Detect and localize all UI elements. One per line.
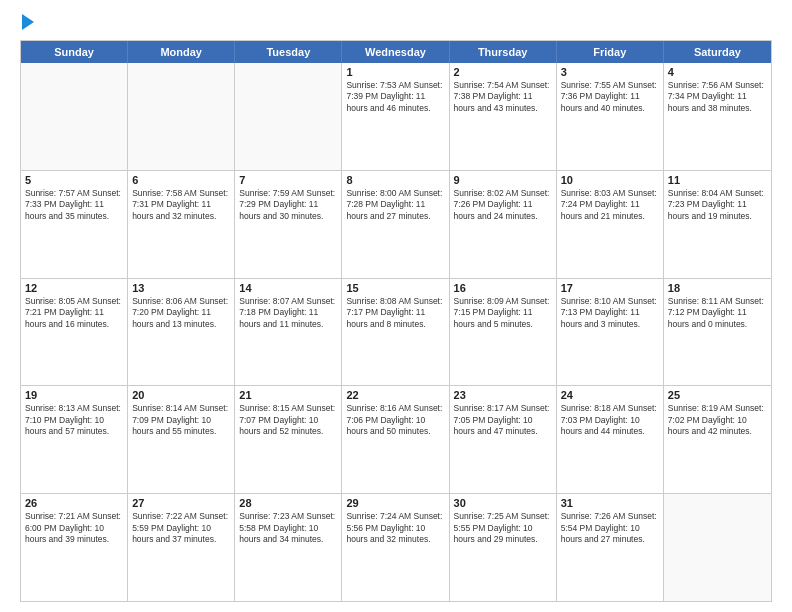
day-cell-11: 11Sunrise: 8:04 AM Sunset: 7:23 PM Dayli… xyxy=(664,171,771,278)
day-header-wednesday: Wednesday xyxy=(342,41,449,63)
day-cell-16: 16Sunrise: 8:09 AM Sunset: 7:15 PM Dayli… xyxy=(450,279,557,386)
day-cell-2: 2Sunrise: 7:54 AM Sunset: 7:38 PM Daylig… xyxy=(450,63,557,170)
day-cell-6: 6Sunrise: 7:58 AM Sunset: 7:31 PM Daylig… xyxy=(128,171,235,278)
day-number: 30 xyxy=(454,497,552,509)
day-info: Sunrise: 8:00 AM Sunset: 7:28 PM Dayligh… xyxy=(346,188,444,222)
day-number: 13 xyxy=(132,282,230,294)
day-info: Sunrise: 8:05 AM Sunset: 7:21 PM Dayligh… xyxy=(25,296,123,330)
day-info: Sunrise: 8:18 AM Sunset: 7:03 PM Dayligh… xyxy=(561,403,659,437)
day-cell-8: 8Sunrise: 8:00 AM Sunset: 7:28 PM Daylig… xyxy=(342,171,449,278)
day-cell-27: 27Sunrise: 7:22 AM Sunset: 5:59 PM Dayli… xyxy=(128,494,235,601)
day-info: Sunrise: 8:06 AM Sunset: 7:20 PM Dayligh… xyxy=(132,296,230,330)
day-info: Sunrise: 7:55 AM Sunset: 7:36 PM Dayligh… xyxy=(561,80,659,114)
day-number: 23 xyxy=(454,389,552,401)
day-number: 20 xyxy=(132,389,230,401)
day-info: Sunrise: 7:22 AM Sunset: 5:59 PM Dayligh… xyxy=(132,511,230,545)
day-number: 8 xyxy=(346,174,444,186)
day-number: 10 xyxy=(561,174,659,186)
day-number: 31 xyxy=(561,497,659,509)
day-cell-24: 24Sunrise: 8:18 AM Sunset: 7:03 PM Dayli… xyxy=(557,386,664,493)
day-number: 21 xyxy=(239,389,337,401)
day-header-thursday: Thursday xyxy=(450,41,557,63)
day-cell-26: 26Sunrise: 7:21 AM Sunset: 6:00 PM Dayli… xyxy=(21,494,128,601)
day-number: 17 xyxy=(561,282,659,294)
day-cell-22: 22Sunrise: 8:16 AM Sunset: 7:06 PM Dayli… xyxy=(342,386,449,493)
day-number: 12 xyxy=(25,282,123,294)
empty-cell xyxy=(235,63,342,170)
empty-cell xyxy=(128,63,235,170)
day-cell-17: 17Sunrise: 8:10 AM Sunset: 7:13 PM Dayli… xyxy=(557,279,664,386)
day-cell-1: 1Sunrise: 7:53 AM Sunset: 7:39 PM Daylig… xyxy=(342,63,449,170)
day-info: Sunrise: 8:13 AM Sunset: 7:10 PM Dayligh… xyxy=(25,403,123,437)
logo-arrow-icon xyxy=(22,14,34,30)
day-number: 25 xyxy=(668,389,767,401)
calendar-body: 1Sunrise: 7:53 AM Sunset: 7:39 PM Daylig… xyxy=(21,63,771,601)
day-number: 7 xyxy=(239,174,337,186)
day-number: 22 xyxy=(346,389,444,401)
day-header-sunday: Sunday xyxy=(21,41,128,63)
day-cell-30: 30Sunrise: 7:25 AM Sunset: 5:55 PM Dayli… xyxy=(450,494,557,601)
day-info: Sunrise: 7:25 AM Sunset: 5:55 PM Dayligh… xyxy=(454,511,552,545)
day-number: 16 xyxy=(454,282,552,294)
day-number: 14 xyxy=(239,282,337,294)
day-header-tuesday: Tuesday xyxy=(235,41,342,63)
day-cell-7: 7Sunrise: 7:59 AM Sunset: 7:29 PM Daylig… xyxy=(235,171,342,278)
day-info: Sunrise: 7:56 AM Sunset: 7:34 PM Dayligh… xyxy=(668,80,767,114)
day-cell-31: 31Sunrise: 7:26 AM Sunset: 5:54 PM Dayli… xyxy=(557,494,664,601)
day-info: Sunrise: 8:04 AM Sunset: 7:23 PM Dayligh… xyxy=(668,188,767,222)
calendar-row-1: 1Sunrise: 7:53 AM Sunset: 7:39 PM Daylig… xyxy=(21,63,771,170)
calendar: SundayMondayTuesdayWednesdayThursdayFrid… xyxy=(20,40,772,602)
day-info: Sunrise: 8:11 AM Sunset: 7:12 PM Dayligh… xyxy=(668,296,767,330)
day-cell-18: 18Sunrise: 8:11 AM Sunset: 7:12 PM Dayli… xyxy=(664,279,771,386)
calendar-row-3: 12Sunrise: 8:05 AM Sunset: 7:21 PM Dayli… xyxy=(21,278,771,386)
day-cell-19: 19Sunrise: 8:13 AM Sunset: 7:10 PM Dayli… xyxy=(21,386,128,493)
empty-cell xyxy=(21,63,128,170)
day-cell-21: 21Sunrise: 8:15 AM Sunset: 7:07 PM Dayli… xyxy=(235,386,342,493)
day-info: Sunrise: 8:16 AM Sunset: 7:06 PM Dayligh… xyxy=(346,403,444,437)
logo xyxy=(20,16,34,30)
day-info: Sunrise: 8:08 AM Sunset: 7:17 PM Dayligh… xyxy=(346,296,444,330)
day-info: Sunrise: 7:23 AM Sunset: 5:58 PM Dayligh… xyxy=(239,511,337,545)
day-cell-9: 9Sunrise: 8:02 AM Sunset: 7:26 PM Daylig… xyxy=(450,171,557,278)
day-info: Sunrise: 7:21 AM Sunset: 6:00 PM Dayligh… xyxy=(25,511,123,545)
day-number: 5 xyxy=(25,174,123,186)
day-info: Sunrise: 8:15 AM Sunset: 7:07 PM Dayligh… xyxy=(239,403,337,437)
day-info: Sunrise: 8:19 AM Sunset: 7:02 PM Dayligh… xyxy=(668,403,767,437)
day-cell-20: 20Sunrise: 8:14 AM Sunset: 7:09 PM Dayli… xyxy=(128,386,235,493)
day-cell-3: 3Sunrise: 7:55 AM Sunset: 7:36 PM Daylig… xyxy=(557,63,664,170)
day-cell-14: 14Sunrise: 8:07 AM Sunset: 7:18 PM Dayli… xyxy=(235,279,342,386)
day-number: 19 xyxy=(25,389,123,401)
day-info: Sunrise: 8:02 AM Sunset: 7:26 PM Dayligh… xyxy=(454,188,552,222)
day-number: 1 xyxy=(346,66,444,78)
day-number: 26 xyxy=(25,497,123,509)
day-info: Sunrise: 7:59 AM Sunset: 7:29 PM Dayligh… xyxy=(239,188,337,222)
day-info: Sunrise: 7:58 AM Sunset: 7:31 PM Dayligh… xyxy=(132,188,230,222)
day-info: Sunrise: 8:03 AM Sunset: 7:24 PM Dayligh… xyxy=(561,188,659,222)
day-cell-10: 10Sunrise: 8:03 AM Sunset: 7:24 PM Dayli… xyxy=(557,171,664,278)
day-cell-5: 5Sunrise: 7:57 AM Sunset: 7:33 PM Daylig… xyxy=(21,171,128,278)
header xyxy=(20,16,772,30)
day-number: 4 xyxy=(668,66,767,78)
day-cell-4: 4Sunrise: 7:56 AM Sunset: 7:34 PM Daylig… xyxy=(664,63,771,170)
day-number: 2 xyxy=(454,66,552,78)
page-container: SundayMondayTuesdayWednesdayThursdayFrid… xyxy=(0,0,792,612)
day-header-monday: Monday xyxy=(128,41,235,63)
day-number: 9 xyxy=(454,174,552,186)
day-number: 27 xyxy=(132,497,230,509)
calendar-row-2: 5Sunrise: 7:57 AM Sunset: 7:33 PM Daylig… xyxy=(21,170,771,278)
calendar-header: SundayMondayTuesdayWednesdayThursdayFrid… xyxy=(21,41,771,63)
day-number: 11 xyxy=(668,174,767,186)
day-number: 24 xyxy=(561,389,659,401)
day-number: 18 xyxy=(668,282,767,294)
day-cell-23: 23Sunrise: 8:17 AM Sunset: 7:05 PM Dayli… xyxy=(450,386,557,493)
day-info: Sunrise: 8:10 AM Sunset: 7:13 PM Dayligh… xyxy=(561,296,659,330)
day-number: 6 xyxy=(132,174,230,186)
calendar-row-5: 26Sunrise: 7:21 AM Sunset: 6:00 PM Dayli… xyxy=(21,493,771,601)
day-header-saturday: Saturday xyxy=(664,41,771,63)
day-info: Sunrise: 8:09 AM Sunset: 7:15 PM Dayligh… xyxy=(454,296,552,330)
day-number: 3 xyxy=(561,66,659,78)
empty-cell xyxy=(664,494,771,601)
day-cell-15: 15Sunrise: 8:08 AM Sunset: 7:17 PM Dayli… xyxy=(342,279,449,386)
day-info: Sunrise: 8:07 AM Sunset: 7:18 PM Dayligh… xyxy=(239,296,337,330)
day-number: 29 xyxy=(346,497,444,509)
